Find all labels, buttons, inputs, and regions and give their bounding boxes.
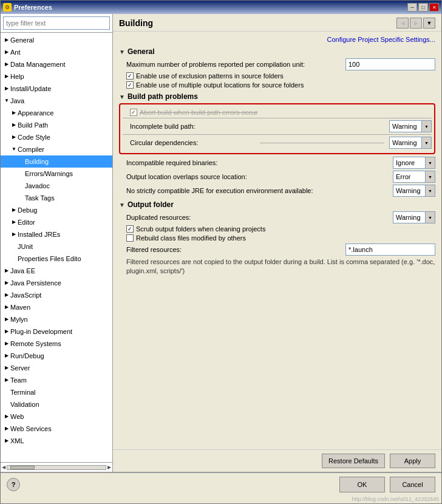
filtered-resources-info: Filtered resources are not copied to the… xyxy=(126,257,435,276)
sidebar-item-install-update[interactable]: ▶ Install/Update xyxy=(1,83,112,95)
panel-header: Building ◀ ▶ ▼ xyxy=(113,14,441,32)
enable-exclusion-checkbox[interactable] xyxy=(126,72,134,80)
incomplete-build-path-dropdown[interactable]: Warning ▼ xyxy=(389,120,432,132)
output-overlap-dropdown[interactable]: Error ▼ xyxy=(393,171,435,183)
sidebar-item-build-path[interactable]: ▶ Build Path xyxy=(1,119,112,131)
sidebar-item-editor[interactable]: ▶ Editor xyxy=(1,216,112,228)
general-section-title: General xyxy=(127,47,155,56)
filtered-resources-row: Filtered resources: xyxy=(126,243,435,256)
sidebar-item-javascript[interactable]: ▶ JavaScript xyxy=(1,289,112,301)
no-jre-dropdown[interactable]: Warning ▼ xyxy=(393,185,435,197)
nav-dropdown-button[interactable]: ▼ xyxy=(423,18,435,29)
sidebar-item-building[interactable]: Building xyxy=(1,155,112,168)
sidebar-item-run-debug[interactable]: ▶ Run/Debug xyxy=(1,350,112,362)
sidebar-item-code-style[interactable]: ▶ Code Style xyxy=(1,131,112,143)
sidebar-item-remote-systems[interactable]: ▶ Remote Systems xyxy=(1,338,112,350)
sidebar-item-installed-jres[interactable]: ▶ Installed JREs xyxy=(1,228,112,240)
sidebar-label-ant: Ant xyxy=(10,47,21,58)
scroll-left-arrow[interactable]: ◀ xyxy=(2,465,5,470)
search-input[interactable] xyxy=(3,16,110,30)
no-jre-dropdown-arrow[interactable]: ▼ xyxy=(425,185,435,196)
minimize-button[interactable]: ─ xyxy=(407,3,417,12)
sidebar-label-javadoc: Javadoc xyxy=(25,180,50,191)
sidebar-item-properties-files[interactable]: Properties Files Edito xyxy=(1,253,112,265)
sidebar-item-general[interactable]: ▶ General xyxy=(1,34,112,46)
sidebar-item-javadoc[interactable]: Javadoc xyxy=(1,180,112,192)
filtered-resources-input[interactable] xyxy=(345,243,435,256)
sidebar-label-code-style: Code Style xyxy=(18,132,50,143)
sidebar-item-ant[interactable]: ▶ Ant xyxy=(1,46,112,58)
sidebar-item-maven[interactable]: ▶ Maven xyxy=(1,301,112,313)
sidebar-label-maven: Maven xyxy=(10,302,30,313)
max-problems-input[interactable] xyxy=(345,58,435,70)
incompatible-binaries-value: Ignore xyxy=(393,159,425,166)
nav-forward-button[interactable]: ▶ xyxy=(410,18,422,29)
incompatible-binaries-dropdown-arrow[interactable]: ▼ xyxy=(425,157,435,168)
scroll-right-arrow[interactable]: ▶ xyxy=(107,465,111,470)
incompatible-binaries-dropdown[interactable]: Ignore ▼ xyxy=(393,157,435,169)
scrub-checkbox[interactable] xyxy=(126,225,134,233)
sidebar-item-java[interactable]: ▼ Java xyxy=(1,95,112,107)
sidebar-item-appearance[interactable]: ▶ Appearance xyxy=(1,107,112,119)
sidebar-item-debug[interactable]: ▶ Debug xyxy=(1,204,112,216)
enable-exclusion-row: Enable use of exclusion patterns in sour… xyxy=(126,72,435,80)
ok-button[interactable]: OK xyxy=(339,477,385,492)
sidebar-item-help[interactable]: ▶ Help xyxy=(1,70,112,83)
sidebar-label-build-path: Build Path xyxy=(18,120,48,131)
arrow-help: ▶ xyxy=(3,72,10,81)
sidebar-item-validation[interactable]: Validation xyxy=(1,398,112,410)
arrow-plugin-development: ▶ xyxy=(3,327,10,336)
circular-dependencies-dropdown-arrow[interactable]: ▼ xyxy=(421,137,431,148)
arrow-javascript: ▶ xyxy=(3,290,10,300)
arrow-task-tags xyxy=(18,193,25,203)
horizontal-scrollbar[interactable] xyxy=(7,465,106,470)
sidebar-item-terminal[interactable]: Terminal xyxy=(1,386,112,398)
section-separator-1 xyxy=(123,118,432,118)
sidebar-item-server[interactable]: ▶ Server xyxy=(1,362,112,374)
rebuild-checkbox[interactable] xyxy=(126,234,134,242)
sidebar-label-general: General xyxy=(10,35,34,46)
configure-project-link[interactable]: Configure Project Specific Settings... xyxy=(327,36,435,43)
close-button[interactable]: ✕ xyxy=(429,3,439,12)
duplicated-resources-dropdown[interactable]: Warning ▼ xyxy=(393,211,435,223)
sidebar-item-data-management[interactable]: ▶ Data Management xyxy=(1,58,112,70)
restore-defaults-button[interactable]: Restore Defaults xyxy=(322,454,385,468)
sidebar-label-junit: JUnit xyxy=(18,241,33,252)
apply-button[interactable]: Apply xyxy=(390,454,435,468)
output-folder-section-arrow[interactable]: ▼ xyxy=(119,202,125,208)
arrow-team: ▶ xyxy=(3,375,10,385)
help-button[interactable]: ? xyxy=(7,478,20,491)
build-path-section-arrow[interactable]: ▼ xyxy=(119,94,125,100)
arrow-java-persistence: ▶ xyxy=(3,278,10,288)
configure-link-container: Configure Project Specific Settings... xyxy=(119,35,435,44)
sidebar-item-web-services[interactable]: ▶ Web Services xyxy=(1,423,112,435)
sidebar-item-task-tags[interactable]: Task Tags xyxy=(1,192,112,204)
sidebar-item-web[interactable]: ▶ Web xyxy=(1,410,112,423)
abort-build-checkbox[interactable] xyxy=(130,109,137,116)
arrow-editor: ▶ xyxy=(10,217,18,227)
enable-multiple-checkbox[interactable] xyxy=(126,81,134,89)
nav-back-button[interactable]: ◀ xyxy=(396,18,409,29)
section-separator-2 xyxy=(123,134,432,135)
sidebar-item-mylyn[interactable]: ▶ Mylyn xyxy=(1,313,112,325)
arrow-maven: ▶ xyxy=(3,302,10,312)
sidebar-item-java-persistence[interactable]: ▶ Java Persistence xyxy=(1,277,112,289)
sidebar-item-junit[interactable]: JUnit xyxy=(1,240,112,253)
sidebar-label-java-ee: Java EE xyxy=(10,265,35,276)
duplicated-resources-dropdown-arrow[interactable]: ▼ xyxy=(425,212,435,223)
sidebar-item-java-ee[interactable]: ▶ Java EE xyxy=(1,265,112,277)
output-overlap-dropdown-arrow[interactable]: ▼ xyxy=(425,171,435,182)
sidebar-item-compiler[interactable]: ▼ Compiler xyxy=(1,143,112,155)
general-section-arrow[interactable]: ▼ xyxy=(119,49,125,55)
circular-dependencies-dropdown[interactable]: Warning ▼ xyxy=(389,137,432,149)
sidebar-label-web-services: Web Services xyxy=(10,423,52,434)
sidebar-item-team[interactable]: ▶ Team xyxy=(1,374,112,386)
sidebar-label-server: Server xyxy=(10,363,30,373)
sidebar-item-xml[interactable]: ▶ XML xyxy=(1,435,112,447)
sidebar-item-errors-warnings[interactable]: Errors/Warnings xyxy=(1,168,112,180)
incomplete-build-path-dropdown-arrow[interactable]: ▼ xyxy=(421,121,431,132)
sidebar-label-task-tags: Task Tags xyxy=(25,192,55,203)
maximize-button[interactable]: □ xyxy=(418,3,428,12)
cancel-button[interactable]: Cancel xyxy=(390,477,435,492)
sidebar-item-plugin-development[interactable]: ▶ Plug-in Development xyxy=(1,325,112,338)
